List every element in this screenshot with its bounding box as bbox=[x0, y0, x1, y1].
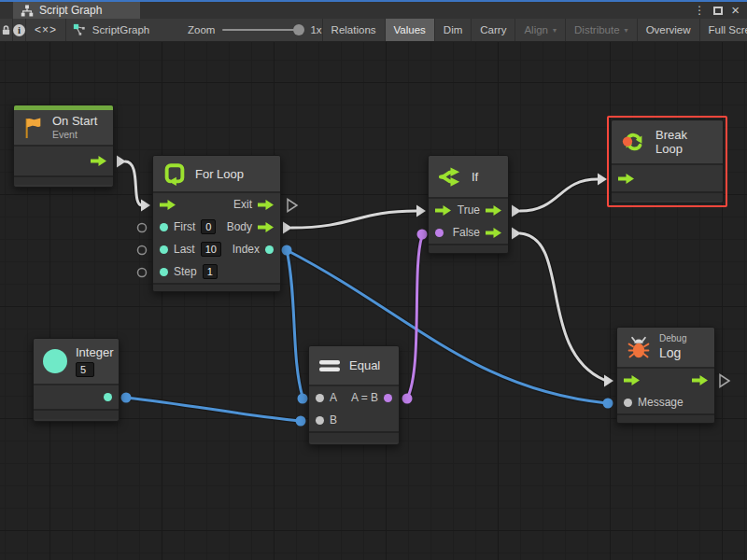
port-b-in[interactable] bbox=[316, 416, 324, 425]
node-if[interactable]: If True False bbox=[428, 155, 509, 254]
window-menu-icon[interactable]: ⋮ bbox=[694, 6, 705, 15]
maximize-icon[interactable] bbox=[713, 7, 723, 15]
lock-button[interactable] bbox=[0, 19, 13, 41]
port-flow-in[interactable] bbox=[618, 174, 634, 184]
wire-true-to-breakloop bbox=[520, 179, 598, 211]
port-label-body: Body bbox=[227, 220, 252, 233]
bug-icon bbox=[627, 335, 651, 360]
port-label-a: A bbox=[330, 391, 337, 404]
port-flow-in[interactable] bbox=[624, 375, 640, 385]
port-label-b: B bbox=[330, 413, 337, 427]
graph-toolbar: i <×> ScriptGraph Zoom 1x Relations Valu… bbox=[0, 19, 747, 42]
port-step-in[interactable] bbox=[160, 268, 168, 276]
graph-canvas[interactable]: On Start Event For Loop bbox=[0, 42, 747, 560]
port-label-index: Index bbox=[233, 243, 260, 256]
node-footer bbox=[153, 283, 280, 291]
carry-button[interactable]: Carry bbox=[472, 19, 515, 41]
chevron-down-icon: ▾ bbox=[553, 26, 557, 35]
node-title: For Loop bbox=[195, 167, 244, 181]
node-title: On Start bbox=[52, 114, 97, 129]
port-a-in[interactable] bbox=[316, 394, 324, 402]
info-button[interactable]: i bbox=[13, 19, 26, 41]
wire-false-to-debuglog bbox=[520, 233, 604, 380]
port-value-out[interactable] bbox=[104, 393, 112, 401]
node-category: Debug bbox=[659, 333, 686, 345]
break-loop-icon bbox=[621, 129, 647, 155]
port-label-exit: Exit bbox=[233, 198, 252, 211]
scriptgraph-label: ScriptGraph bbox=[92, 24, 149, 35]
port-false-out[interactable] bbox=[486, 228, 501, 238]
node-title: Integer bbox=[76, 345, 113, 360]
zoom-control: Zoom 1x bbox=[156, 19, 323, 41]
equals-icon bbox=[318, 358, 341, 373]
port-label-first: First bbox=[174, 220, 195, 233]
last-value-field[interactable]: 10 bbox=[201, 242, 221, 257]
dim-button[interactable]: Dim bbox=[435, 19, 472, 41]
branch-icon bbox=[438, 164, 463, 189]
code-preview-button[interactable]: <×> bbox=[26, 19, 66, 41]
lock-icon bbox=[0, 24, 12, 36]
distribute-dropdown[interactable]: Distribute▾ bbox=[566, 19, 638, 41]
port-condition-in[interactable] bbox=[435, 229, 444, 237]
zoom-slider[interactable] bbox=[222, 29, 303, 31]
first-value-field[interactable]: 0 bbox=[201, 219, 216, 234]
window-controls: ⋮ × bbox=[694, 2, 747, 19]
node-debug-log[interactable]: Debug Log Message bbox=[616, 327, 715, 424]
graph-breadcrumb[interactable]: ScriptGraph bbox=[66, 19, 156, 41]
overview-button[interactable]: Overview bbox=[638, 19, 700, 41]
port-label-result: A = B bbox=[351, 391, 378, 404]
node-footer bbox=[612, 191, 723, 201]
close-icon[interactable]: × bbox=[731, 6, 740, 15]
node-title: Equal bbox=[349, 358, 380, 372]
port-index-out[interactable] bbox=[265, 245, 274, 254]
node-break-loop[interactable]: Break Loop bbox=[611, 119, 724, 203]
port-flow-in[interactable] bbox=[160, 200, 176, 210]
unconnected-value-markers[interactable] bbox=[138, 224, 147, 277]
port-body-out[interactable] bbox=[258, 222, 274, 232]
port-label-step: Step bbox=[174, 265, 197, 278]
flag-icon bbox=[23, 117, 44, 139]
unity-visual-scripting-window: Script Graph ⋮ × i <×> ScriptGraph Zoom bbox=[0, 0, 747, 560]
relations-button[interactable]: Relations bbox=[323, 19, 386, 41]
tab-title: Script Graph bbox=[39, 4, 102, 17]
integer-value-field[interactable]: 5 bbox=[76, 362, 94, 377]
zoom-slider-handle[interactable] bbox=[293, 24, 304, 35]
info-icon: i bbox=[13, 24, 25, 36]
port-label-last: Last bbox=[174, 243, 195, 256]
graph-hierarchy-icon bbox=[21, 5, 34, 17]
node-title: Break Loop bbox=[655, 128, 713, 156]
titlebar: Script Graph ⋮ × bbox=[0, 2, 747, 19]
port-flow-out[interactable] bbox=[692, 375, 708, 385]
node-footer bbox=[617, 413, 714, 423]
node-footer bbox=[34, 409, 119, 419]
node-for-loop[interactable]: For Loop Exit First 0 Body bbox=[152, 155, 281, 292]
zoom-label: Zoom bbox=[188, 24, 215, 35]
node-footer bbox=[309, 431, 399, 442]
fullscreen-button[interactable]: Full Screen bbox=[700, 19, 747, 41]
values-button[interactable]: Values bbox=[386, 19, 435, 41]
node-on-start[interactable]: On Start Event bbox=[13, 105, 114, 188]
port-exit-out[interactable] bbox=[258, 200, 274, 210]
node-equal[interactable]: Equal A A = B B bbox=[308, 345, 400, 445]
port-result-out[interactable] bbox=[384, 394, 392, 402]
node-title: If bbox=[472, 170, 478, 184]
node-footer bbox=[14, 175, 113, 185]
port-true-out[interactable] bbox=[486, 205, 501, 216]
node-integer[interactable]: Integer 5 bbox=[33, 338, 120, 422]
port-label-true: True bbox=[458, 203, 480, 217]
port-message-in[interactable] bbox=[624, 399, 632, 407]
window-focus-highlight bbox=[0, 0, 747, 2]
node-footer bbox=[429, 244, 508, 253]
port-last-in[interactable] bbox=[160, 245, 168, 254]
port-first-in[interactable] bbox=[160, 223, 168, 231]
code-icon: <×> bbox=[35, 23, 57, 36]
port-flow-in[interactable] bbox=[435, 205, 451, 216]
zoom-value: 1x bbox=[310, 24, 321, 35]
tab-script-graph[interactable]: Script Graph bbox=[13, 2, 140, 19]
port-flow-out[interactable] bbox=[91, 156, 106, 166]
align-dropdown[interactable]: Align▾ bbox=[515, 19, 566, 41]
integer-type-icon bbox=[43, 349, 67, 373]
scriptgraph-node-icon bbox=[73, 23, 86, 36]
port-label-message: Message bbox=[638, 396, 684, 409]
step-value-field[interactable]: 1 bbox=[203, 264, 218, 279]
